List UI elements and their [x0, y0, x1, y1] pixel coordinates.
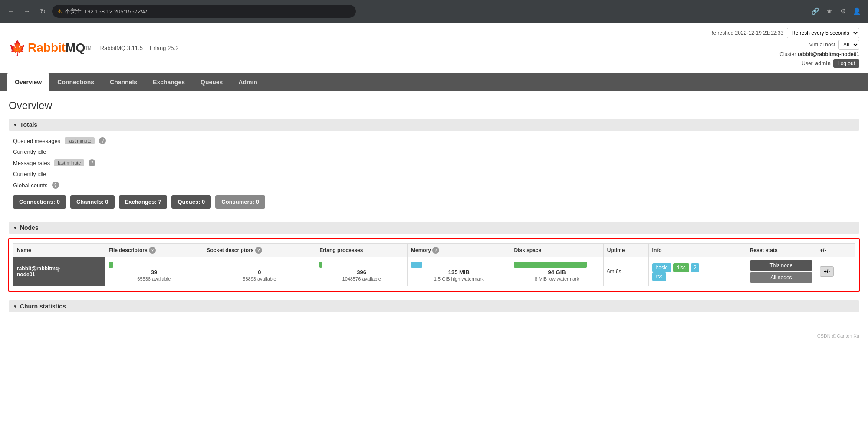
nodes-table-header-row: Name File descriptors ? Socket descripto…: [13, 244, 855, 257]
message-rates-help-icon[interactable]: ?: [89, 159, 95, 166]
col-disk-space: Disk space: [510, 244, 603, 257]
logo-mq-text: MQ: [66, 41, 85, 55]
footer-text: CSDN @Carlton Xu: [817, 333, 859, 338]
message-rates-row: Message rates last minute ?: [9, 157, 859, 169]
nav-item-overview[interactable]: Overview: [7, 73, 49, 91]
header-right: Refreshed 2022-12-19 21:12:33 Refresh ev…: [710, 28, 859, 68]
refresh-row: Refreshed 2022-12-19 21:12:33 Refresh ev…: [710, 28, 859, 38]
churn-label: Churn statistics: [20, 303, 66, 310]
back-button[interactable]: ←: [5, 5, 17, 17]
global-counts-help-icon[interactable]: ?: [52, 182, 59, 189]
socket-desc-help-icon[interactable]: ?: [255, 247, 262, 254]
currently-idle-2-text: Currently idle: [13, 171, 46, 177]
nodes-table: Name File descriptors ? Socket descripto…: [13, 243, 855, 286]
logo-rabbit-text: Rabbit: [28, 41, 66, 55]
erlang-proc-progress-wrap: [319, 262, 404, 268]
col-info: Info: [648, 244, 746, 257]
extensions-icon[interactable]: ⚙: [837, 5, 849, 17]
info-badge-basic[interactable]: basic: [652, 263, 671, 272]
page-title: Overview: [9, 99, 859, 112]
col-reset-stats: Reset stats: [746, 244, 816, 257]
col-file-desc: File descriptors ?: [105, 244, 203, 257]
refresh-interval-select[interactable]: Refresh every 5 seconds: [787, 28, 859, 38]
disk-progress-bar: [514, 262, 587, 268]
queued-messages-row: Queued messages last minute ?: [9, 135, 859, 146]
churn-section-header[interactable]: ▼ Churn statistics: [9, 300, 859, 312]
nav-item-connections[interactable]: Connections: [49, 73, 102, 91]
logo-icon: 🍁: [9, 40, 26, 56]
security-warning-text: 不安全: [65, 7, 82, 15]
logo-tm-text: TM: [85, 46, 91, 50]
version-info: RabbitMQ 3.11.5 Erlang 25.2: [100, 45, 179, 51]
nav-item-admin[interactable]: Admin: [230, 73, 265, 91]
global-counts-row: Global counts ?: [9, 179, 859, 191]
col-erlang-proc: Erlang processes: [316, 244, 408, 257]
file-desc-available: 65536 available: [108, 276, 199, 282]
exchanges-count-badge: Exchanges: 7: [119, 195, 168, 209]
queued-messages-tag[interactable]: last minute: [65, 137, 95, 144]
churn-arrow-icon: ▼: [13, 304, 17, 309]
reset-all-nodes-button[interactable]: All nodes: [750, 272, 812, 283]
global-counts-label: Global counts: [13, 182, 48, 189]
nodes-section-header[interactable]: ▼ Nodes: [9, 222, 859, 234]
message-rates-label: Message rates: [13, 160, 50, 166]
disk-value: 94 GiB: [514, 269, 599, 275]
forward-button[interactable]: →: [21, 5, 33, 17]
info-badge-disc[interactable]: disc: [673, 263, 689, 272]
memory-help-icon[interactable]: ?: [432, 247, 439, 254]
info-badge-num[interactable]: 2: [691, 263, 699, 272]
file-desc-progress-wrap: [108, 262, 199, 268]
totals-section: ▼ Totals Queued messages last minute ? C…: [9, 119, 859, 213]
socket-desc-cell: 0 58893 available: [203, 257, 316, 286]
totals-section-header[interactable]: ▼ Totals: [9, 119, 859, 131]
security-warning-icon: ⚠: [57, 8, 62, 14]
profile-icon[interactable]: 👤: [851, 5, 863, 17]
file-desc-help-icon[interactable]: ?: [149, 247, 156, 254]
connections-count-badge: Connections: 0: [13, 195, 66, 209]
queues-count-badge: Queues: 0: [171, 195, 211, 209]
consumers-count-badge: Consumers: 0: [215, 195, 265, 209]
info-cell: basic disc 2 rss: [648, 257, 746, 286]
queued-messages-label: Queued messages: [13, 138, 60, 144]
message-rates-tag[interactable]: last minute: [54, 159, 84, 166]
bookmark-icon[interactable]: ★: [823, 5, 835, 17]
info-badge-rss[interactable]: rss: [652, 272, 666, 281]
file-desc-cell: 39 65536 available: [105, 257, 203, 286]
socket-desc-progress-wrap: [207, 262, 312, 268]
footer-note: CSDN @Carlton Xu: [0, 330, 868, 342]
col-name: Name: [13, 244, 105, 257]
share-icon[interactable]: 🔗: [809, 5, 821, 17]
vhost-select[interactable]: All: [838, 40, 859, 50]
logout-button[interactable]: Log out: [833, 59, 859, 68]
plus-minus-button[interactable]: +/-: [820, 266, 834, 277]
cluster-name: rabbit@rabbitmq-node01: [798, 51, 859, 57]
browser-chrome: ← → ↻ ⚠ 不安全 192.168.12.205:15672/#/ 🔗 ★ …: [0, 0, 868, 23]
user-label: User: [802, 60, 812, 66]
nav-item-exchanges[interactable]: Exchanges: [145, 73, 193, 91]
uptime-cell: 6m 6s: [603, 257, 648, 286]
erlang-proc-available: 1048576 available: [319, 276, 404, 282]
col-socket-desc: Socket descriptors ?: [203, 244, 316, 257]
refreshed-timestamp: Refreshed 2022-12-19 21:12:33: [710, 30, 783, 36]
socket-desc-available: 58893 available: [207, 276, 312, 282]
erlang-proc-cell: 396 1048576 available: [316, 257, 408, 286]
col-plus-minus: +/-: [816, 244, 855, 257]
queued-messages-help-icon[interactable]: ?: [99, 137, 106, 144]
reload-button[interactable]: ↻: [36, 5, 49, 17]
address-bar[interactable]: ⚠ 不安全 192.168.12.205:15672/#/: [52, 5, 356, 18]
col-uptime: Uptime: [603, 244, 648, 257]
node-name-cell: rabbit@rabbitmq-node01: [13, 257, 105, 286]
logo: 🍁 RabbitMQTM: [9, 40, 92, 56]
nav-item-queues[interactable]: Queues: [193, 73, 230, 91]
memory-watermark: 1.5 GiB high watermark: [411, 276, 506, 282]
logo-area: 🍁 RabbitMQTM RabbitMQ 3.11.5 Erlang 25.2: [9, 40, 178, 56]
currently-idle-2-row: Currently idle: [9, 169, 859, 179]
disk-space-cell: 94 GiB 8 MiB low watermark: [510, 257, 603, 286]
nav-item-channels[interactable]: Channels: [102, 73, 145, 91]
disk-progress-wrap: [514, 262, 599, 268]
totals-arrow-icon: ▼: [13, 123, 17, 127]
memory-progress-wrap: [411, 262, 506, 268]
currently-idle-1-row: Currently idle: [9, 146, 859, 157]
col-memory: Memory ?: [408, 244, 510, 257]
reset-this-node-button[interactable]: This node: [750, 260, 812, 271]
